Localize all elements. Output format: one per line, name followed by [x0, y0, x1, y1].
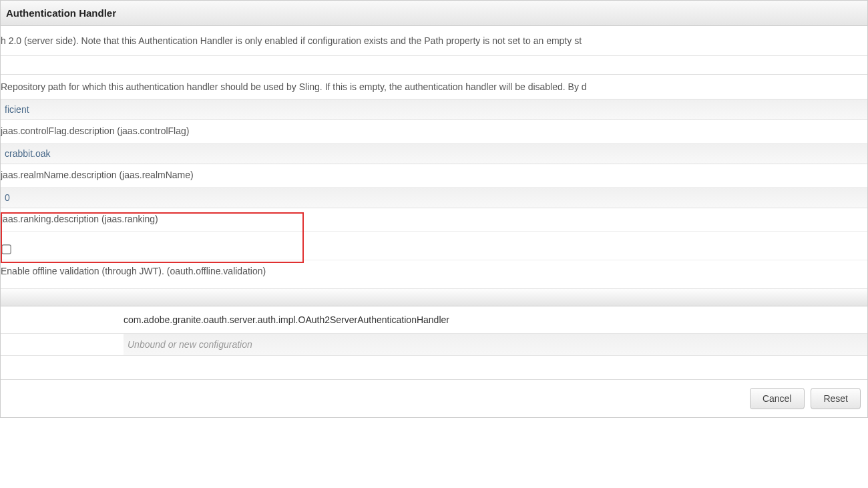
- offline-validation-desc: Enable offline validation (through JWT).…: [1, 260, 867, 289]
- footer-spacer: [1, 356, 867, 380]
- dialog-intro: h 2.0 (server side). Note that this Auth…: [1, 26, 867, 56]
- control-flag-row: [1, 99, 867, 120]
- dialog-title: Authentication Handler: [1, 1, 867, 26]
- path-description: Repository path for which this authentic…: [1, 75, 867, 99]
- config-dialog: Authentication Handler h 2.0 (server sid…: [0, 0, 868, 418]
- offline-validation-row: [1, 232, 867, 260]
- button-bar: Cancel Reset: [1, 380, 867, 417]
- ranking-input[interactable]: [1, 188, 867, 208]
- offline-validation-checkbox[interactable]: [1, 244, 11, 254]
- binding-row: [1, 334, 867, 356]
- section-divider: [1, 289, 867, 306]
- ranking-row: [1, 188, 867, 208]
- dialog-body: h 2.0 (server side). Note that this Auth…: [1, 26, 867, 417]
- reset-button[interactable]: Reset: [811, 388, 861, 409]
- realm-name-row: [1, 144, 867, 164]
- pid-value: com.adobe.granite.oauth.server.auth.impl…: [1, 306, 867, 334]
- control-flag-hint: jaas.controlFlag.description (jaas.contr…: [1, 120, 867, 144]
- control-flag-input[interactable]: [1, 99, 867, 119]
- configuration-binding-input[interactable]: [124, 334, 867, 355]
- realm-name-input[interactable]: [1, 144, 867, 164]
- ranking-hint: jaas.ranking.description (jaas.ranking): [1, 208, 867, 232]
- path-input-row: [1, 56, 867, 75]
- realm-name-hint: jaas.realmName.description (jaas.realmNa…: [1, 164, 867, 188]
- cancel-button[interactable]: Cancel: [750, 388, 805, 409]
